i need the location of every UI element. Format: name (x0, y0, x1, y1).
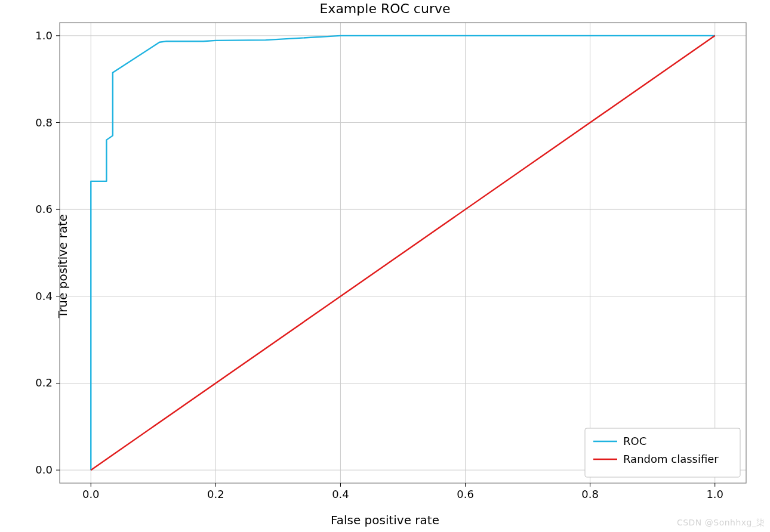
x-tick-label: 0.4 (332, 488, 349, 500)
y-tick-label: 1.0 (35, 29, 53, 42)
legend-label: Random classifier (623, 453, 719, 465)
y-tick-label: 0.2 (35, 376, 53, 389)
y-tick-label: 0.4 (35, 290, 53, 302)
y-tick-label: 0.8 (35, 116, 53, 129)
y-tick-label: 0.6 (35, 203, 53, 215)
x-tick-label: 0.2 (207, 488, 224, 500)
legend: ROCRandom classifier (585, 428, 740, 477)
legend-label: ROC (623, 435, 646, 447)
x-tick-label: 0.8 (581, 488, 599, 500)
random-classifier-line (91, 36, 714, 470)
figure: Example ROC curve True positive rate Fal… (0, 0, 770, 532)
plot-area: 0.00.20.40.60.81.00.00.20.40.60.81.0ROCR… (0, 0, 770, 532)
x-tick-label: 1.0 (706, 488, 723, 500)
x-tick-label: 0.0 (82, 488, 100, 500)
watermark: CSDN @Sonhhxg_柒 (677, 518, 765, 528)
x-tick-label: 0.6 (457, 488, 474, 500)
y-tick-label: 0.0 (35, 463, 53, 476)
